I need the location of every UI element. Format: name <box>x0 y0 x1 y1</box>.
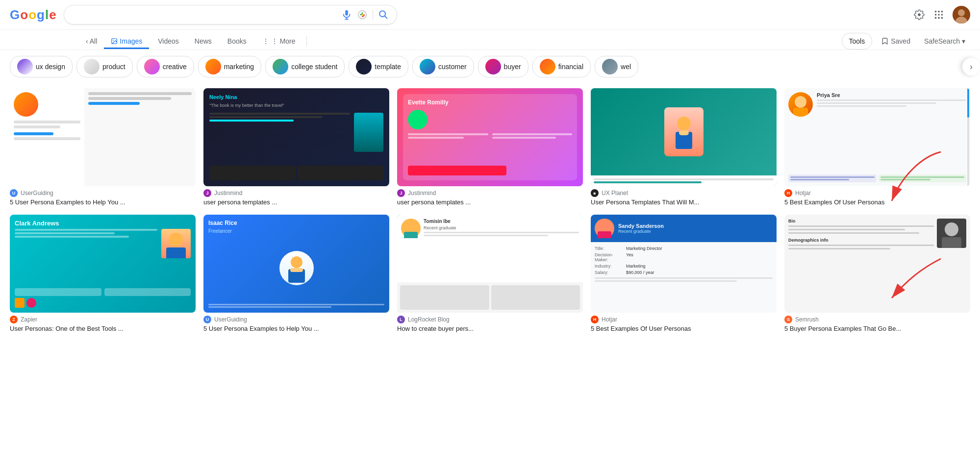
chip-label-customer: customer <box>438 63 467 71</box>
svg-point-11 <box>938 14 940 16</box>
settings-icon[interactable] <box>913 9 925 21</box>
source-name-2: Justinmind <box>214 190 242 197</box>
result-source-9: H Hotjar <box>591 316 777 323</box>
chip-label-college: college student <box>291 63 337 71</box>
filter-chip-marketing[interactable]: marketing <box>198 56 261 77</box>
svg-point-29 <box>291 256 302 268</box>
filter-chip-wel[interactable]: wel <box>595 56 638 77</box>
videos-label: Videos <box>158 37 179 45</box>
more-dots: ⋮ <box>262 37 269 45</box>
filter-chip-template[interactable]: template <box>349 56 408 77</box>
saved-button[interactable]: Saved <box>876 33 915 49</box>
search-button-icon[interactable] <box>378 9 389 20</box>
chip-label-product: product <box>102 63 126 71</box>
result-title-4: User Persona Templates That Will M... <box>591 198 777 207</box>
source-name-6: Zapier <box>21 316 37 323</box>
nav-item-books[interactable]: Books <box>221 33 253 49</box>
chip-label-template: template <box>375 63 401 71</box>
nav-back-button[interactable]: ‹ All <box>81 33 102 49</box>
tools-button[interactable]: Tools <box>842 33 873 49</box>
google-logo[interactable]: Google <box>10 7 56 23</box>
safesearch-button[interactable]: SafeSearch ▾ <box>919 33 970 49</box>
result-image-7: Isaac Rice Freelancer <box>203 215 389 313</box>
nav-item-more[interactable]: ⋮ ⋮ More <box>255 33 302 49</box>
svg-point-32 <box>406 222 416 231</box>
nav-item-news[interactable]: News <box>188 33 219 49</box>
images-label: Images <box>120 37 142 45</box>
user-avatar[interactable] <box>953 6 970 24</box>
results-row-2: Clark Andrews <box>10 215 970 333</box>
nav-right-section: Tools Saved SafeSearch ▾ <box>842 33 970 49</box>
result-item-7[interactable]: Isaac Rice Freelancer <box>203 215 389 333</box>
svg-point-20 <box>113 40 114 41</box>
more-label: ⋮ More <box>271 37 296 45</box>
logo-g: G <box>10 7 19 23</box>
result-source-1: U UserGuiding <box>10 189 196 197</box>
chip-thumb-wel <box>602 59 618 74</box>
filter-chip-buyer[interactable]: buyer <box>478 56 528 77</box>
chip-thumb-template <box>356 59 372 74</box>
svg-rect-25 <box>793 108 808 117</box>
filter-chip-customer[interactable]: customer <box>412 56 474 77</box>
chip-label-marketing: marketing <box>224 63 254 71</box>
result-title-6: User Personas: One of the Best Tools ... <box>10 324 196 333</box>
search-divider <box>373 10 373 20</box>
favicon-justinmind-1: J <box>203 189 211 197</box>
source-name-3: Justinmind <box>408 190 436 197</box>
svg-point-4 <box>361 14 363 16</box>
nav-item-videos[interactable]: Videos <box>151 33 186 49</box>
svg-point-34 <box>600 221 609 231</box>
result-item-8[interactable]: Tomisin Ibe Recent graduate L LogRocket … <box>397 215 583 333</box>
images-icon <box>111 38 118 45</box>
result-image-1 <box>10 88 196 186</box>
chip-thumb-buyer <box>485 59 501 74</box>
result-item-10[interactable]: Bio Demographics info <box>784 215 970 333</box>
source-name-4: UX Planet <box>602 190 628 197</box>
favicon-userguiding-1: U <box>10 189 18 197</box>
microphone-icon[interactable] <box>341 9 352 20</box>
svg-rect-0 <box>345 10 348 16</box>
svg-point-37 <box>945 222 958 236</box>
search-input[interactable]: user persona examples <box>72 10 336 19</box>
svg-point-14 <box>938 17 940 19</box>
logo-g2: g <box>37 7 44 23</box>
logo-l: l <box>45 7 48 23</box>
result-item-6[interactable]: Clark Andrews <box>10 215 196 333</box>
saved-label: Saved <box>891 37 910 45</box>
svg-point-27 <box>169 233 183 246</box>
result-title-5: 5 Best Examples Of User Personas <box>784 198 970 207</box>
filter-chip-financial[interactable]: financial <box>532 56 591 77</box>
svg-point-7 <box>935 11 937 13</box>
source-name-7: UserGuiding <box>214 316 247 323</box>
favicon-logrocket: L <box>397 316 405 323</box>
result-item-9[interactable]: Sandy Sanderson Recent graduate Title: M… <box>591 215 777 333</box>
result-item-5[interactable]: Priya Sre <box>784 88 970 207</box>
chip-thumb-creative <box>144 59 160 74</box>
result-title-7: 5 User Persona Examples to Help You ... <box>203 324 389 333</box>
filter-chip-creative[interactable]: creative <box>137 56 194 77</box>
chip-label-ux-design: ux design <box>36 63 65 71</box>
filter-chip-ux-design[interactable]: ux design <box>10 56 73 77</box>
logo-e: e <box>49 7 55 23</box>
result-item-1[interactable]: U UserGuiding 5 User Persona Examples to… <box>10 88 196 207</box>
result-item-2[interactable]: Neely Nina "The book is my better than t… <box>203 88 389 207</box>
svg-point-8 <box>938 11 940 13</box>
result-source-10: S Semrush <box>784 316 970 323</box>
filter-bar: ux design product creative marketing col… <box>0 50 980 83</box>
nav-item-images[interactable]: Images <box>104 33 149 49</box>
svg-line-6 <box>384 16 387 19</box>
header-right <box>913 6 970 24</box>
books-label: Books <box>227 37 247 45</box>
result-item-4[interactable]: ■ UX Planet User Persona Templates That … <box>591 88 777 207</box>
result-title-8: How to create buyer pers... <box>397 324 583 333</box>
favicon-uxplanet: ■ <box>591 189 599 197</box>
google-lens-icon[interactable] <box>357 9 368 20</box>
filter-chip-product[interactable]: product <box>76 56 133 77</box>
header: Google user persona examples <box>0 0 980 30</box>
result-item-3[interactable]: Evette Romilly <box>397 88 583 207</box>
filter-chip-college-student[interactable]: college student <box>265 56 345 77</box>
filter-next-button[interactable]: › <box>962 58 980 75</box>
google-apps-icon[interactable] <box>933 9 945 21</box>
result-source-2: J Justinmind <box>203 189 389 197</box>
news-label: News <box>195 37 212 45</box>
